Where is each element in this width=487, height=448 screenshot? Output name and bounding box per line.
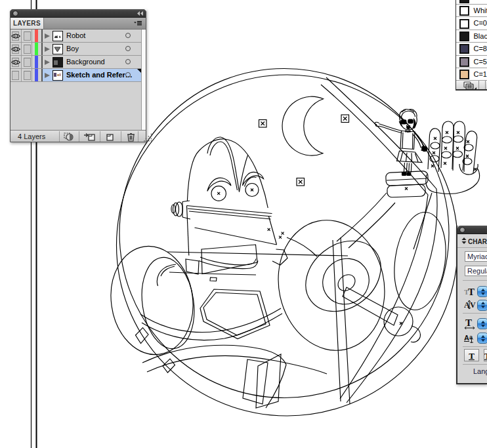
svg-text:T: T xyxy=(465,318,472,328)
svg-text:T: T xyxy=(468,287,475,297)
svg-text:A: A xyxy=(464,334,469,342)
svg-text:V: V xyxy=(470,300,476,310)
